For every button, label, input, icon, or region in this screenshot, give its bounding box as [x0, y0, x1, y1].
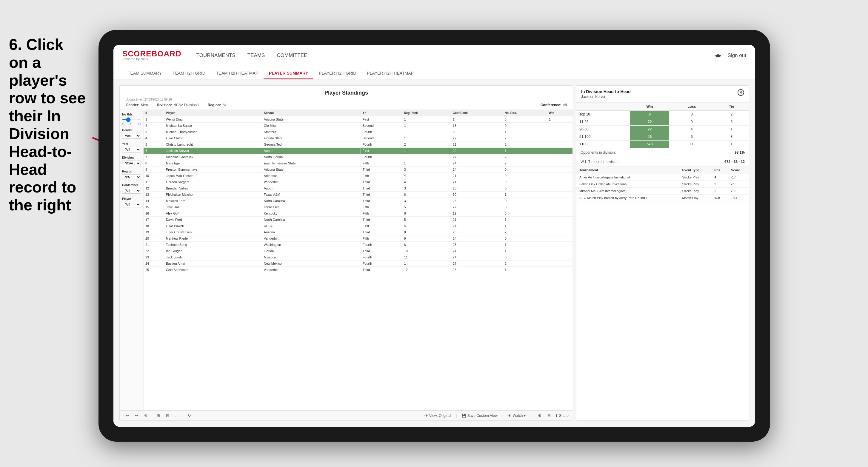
- wlt-value: 674 - 33 - 12: [724, 160, 745, 164]
- player-standings-panel: Player Standings Update time: 27/03/2024…: [119, 85, 573, 421]
- main-nav: TOURNAMENTS TEAMS COMMITTEE: [196, 51, 715, 60]
- filters-row: Gender: Men Division: NCAA Division I Re…: [126, 103, 567, 107]
- opponents-label: Opponents in division:: [581, 150, 616, 155]
- table-row[interactable]: 6 Jackson Koivun Auburn First 1 22 1: [144, 148, 573, 154]
- table-row[interactable]: 8 Mats Ege East Tennessee State Fifth 1 …: [144, 160, 573, 166]
- chevron-icon: ◀▶: [715, 53, 722, 58]
- gender-filter-display: Gender: Men: [126, 103, 148, 107]
- more-button[interactable]: ...: [174, 412, 180, 419]
- gender-select[interactable]: Men: [122, 133, 141, 139]
- tournament-tbody: Amer Ari Intercollegiate Invitational St…: [577, 174, 749, 201]
- table-row[interactable]: 22 Ian Gilligan Florida Third 10 24 1: [144, 248, 573, 254]
- close-h2h-button[interactable]: ✕: [738, 89, 744, 96]
- tournament-header-row: Tournament Event Type Pos Score: [577, 166, 749, 174]
- table-row[interactable]: 17 David Ford North Carolina Third 5 21 …: [144, 217, 573, 223]
- h2h-panel: In Division Head-to-Head Jackson Koivun …: [576, 85, 749, 421]
- left-filters: No Rds. 6 | 12 Gender: [120, 110, 144, 410]
- table-row[interactable]: 2 Michael La Sasso Ole Miss Second 1 18 …: [144, 123, 573, 129]
- copy-button[interactable]: ⊞: [155, 412, 162, 419]
- table-row[interactable]: 14 Maxwell Ford North Carolina Third 3 2…: [144, 198, 573, 204]
- sign-out-area: ◀▶ Sign out: [715, 51, 746, 60]
- wlt-label: W-L-T record in-division:: [581, 160, 619, 164]
- eye-icon: 👁: [508, 413, 512, 418]
- h2h-stats-row: Top 10 8 3 2: [577, 111, 749, 118]
- toolbar: ↩ ↪ ⊝ | ⊞ ⊟ ... | ↻ 👁 View: Original |: [120, 410, 573, 421]
- app-title: SCOREBOARD: [122, 50, 182, 58]
- save-custom-label[interactable]: 💾 Save Custom View: [462, 413, 498, 418]
- tab-player-h2h-grid[interactable]: PLAYER H2H GRID: [313, 71, 362, 80]
- settings-button[interactable]: ⚙: [536, 412, 543, 419]
- table-row[interactable]: 7 Nicholas Gabrelick North Florida Fourt…: [144, 154, 573, 160]
- table-row[interactable]: 21 Taehoon Song Washington Fourth 6 23 1: [144, 242, 573, 248]
- tournament-row: Fallen Oak Collegiate Invitational Strok…: [577, 181, 749, 188]
- h2h-stats-header: Win Loss Tie: [577, 103, 749, 111]
- tab-player-h2h-heatmap[interactable]: PLAYER H2H HEATMAP: [362, 71, 419, 80]
- tournament-row: Mirabel Maui Jim Intercollegiate Stroke …: [577, 188, 749, 194]
- table-row[interactable]: 24 Bastien Amat New Mexico Fourth 1 27 2: [144, 260, 573, 267]
- sign-out-button[interactable]: Sign out: [728, 51, 746, 60]
- h2h-stats-row: 11-25 20 9 5: [577, 118, 749, 126]
- panel-body: No Rds. 6 | 12 Gender: [120, 110, 573, 410]
- nav-item-teams[interactable]: TEAMS: [247, 51, 265, 60]
- share-button[interactable]: ⬆ Share: [555, 413, 569, 418]
- region-select[interactable]: N/A: [122, 174, 141, 180]
- main-content: Player Standings Update time: 27/03/2024…: [114, 80, 755, 427]
- table-row[interactable]: 20 Matthew Riedel Vanderbilt Fifth 9 24 …: [144, 236, 573, 242]
- tab-team-summary[interactable]: TEAM SUMMARY: [122, 71, 167, 80]
- tab-team-h2h-heatmap[interactable]: TEAM H2H HEATMAP: [211, 71, 264, 80]
- division-filter-display: Division: NCAA Division I: [157, 103, 198, 107]
- table-row[interactable]: 23 Jack Lundin Missouri Fourth 11 24 0: [144, 254, 573, 260]
- table-row[interactable]: 18 Luke Powell UCLA First 4 24 1: [144, 223, 573, 229]
- paste-button[interactable]: ⊟: [164, 412, 171, 419]
- wlt-row: W-L-T record in-division: 674 - 33 - 12: [577, 157, 749, 166]
- reset-button[interactable]: ⊝: [143, 412, 149, 419]
- powered-by-label: Powered by clippi: [122, 58, 182, 61]
- standings-tbody: 1 Wenyi Ding Arizona State First 1 1 8 1…: [144, 116, 573, 273]
- h2h-header: In Division Head-to-Head Jackson Koivun …: [577, 86, 749, 103]
- table-row[interactable]: 25 Cole Sherwood Vanderbilt Third 12 23 …: [144, 267, 573, 273]
- watch-button[interactable]: 👁 Watch ▾: [508, 413, 526, 418]
- grid-button[interactable]: ⊞: [546, 412, 553, 419]
- save-icon: 💾: [462, 413, 466, 418]
- sub-nav: TEAM SUMMARY TEAM H2H GRID TEAM H2H HEAT…: [114, 66, 755, 80]
- tablet-screen: SCOREBOARD Powered by clippi TOURNAMENTS…: [114, 45, 755, 427]
- table-row[interactable]: 11 Gordon Sargent Vanderbilt Third 4 21 …: [144, 179, 573, 185]
- table-row[interactable]: 12 Brendan Valles Auburn Third 3 23 0: [144, 185, 573, 192]
- table-row[interactable]: 15 Jake Hall Tennessee Fifth 5 27 0: [144, 204, 573, 210]
- tournament-table: Tournament Event Type Pos Score Amer Ari…: [577, 166, 749, 201]
- tab-player-summary[interactable]: PLAYER SUMMARY: [264, 71, 313, 80]
- table-row[interactable]: 19 Tiger Christensen Arizona Third 8 23 …: [144, 229, 573, 236]
- undo-button[interactable]: ↩: [124, 412, 131, 419]
- opponents-row: Opponents in division: 98.1%: [577, 148, 749, 157]
- nav-item-tournaments[interactable]: TOURNAMENTS: [196, 51, 236, 60]
- table-row[interactable]: 16 Alex Goff Kentucky Fifth 8 19 0: [144, 210, 573, 217]
- h2h-tbody: Top 10 8 3 2 11-25 20 9 5 26-50 22 4 1 5…: [577, 111, 749, 148]
- instruction-text: 6. Click on a player's row to see their …: [0, 30, 95, 220]
- tab-team-h2h-grid[interactable]: TEAM H2H GRID: [167, 71, 211, 80]
- player-select[interactable]: (All): [122, 202, 141, 208]
- year-select[interactable]: (All): [122, 147, 141, 153]
- division-select[interactable]: NCAA Division I: [122, 160, 141, 166]
- no-rds-min-slider[interactable]: [122, 119, 140, 120]
- view-original-label[interactable]: 👁 View: Original: [425, 413, 451, 418]
- h2h-stats-row: 51-100 46 6 3: [577, 133, 749, 141]
- nav-item-committee[interactable]: COMMITTEE: [277, 51, 307, 60]
- table-row[interactable]: 1 Wenyi Ding Arizona State First 1 1 8 1: [144, 116, 573, 123]
- panel-header: Player Standings Update time: 27/03/2024…: [120, 86, 573, 110]
- table-row[interactable]: 9 Preston Summerhays Arizona State Third…: [144, 166, 573, 173]
- table-row[interactable]: 10 Jacob Mau-Olesen Arkansas Fifth 4 21 …: [144, 173, 573, 179]
- year-filter: Year (All): [122, 142, 141, 153]
- tournament-row: Amer Ari Intercollegiate Invitational St…: [577, 174, 749, 181]
- region-filter-display: Region: All: [208, 103, 226, 107]
- table-row[interactable]: 5 Christo Lamprecht Georgia Tech Fourth …: [144, 142, 573, 148]
- gender-filter: Gender Men: [122, 129, 141, 139]
- tablet-frame: SCOREBOARD Powered by clippi TOURNAMENTS…: [98, 30, 770, 442]
- conference-select[interactable]: (All): [122, 188, 141, 194]
- table-row[interactable]: 4 Luke Claton Florida State Second 1 27 …: [144, 135, 573, 142]
- h2h-stats-row: >100 578 11 1: [577, 141, 749, 148]
- table-row[interactable]: 13 Phichaksn Maichon Texas A&M Third 6 3…: [144, 192, 573, 198]
- redo-button[interactable]: ↪: [133, 412, 140, 419]
- refresh-button[interactable]: ↻: [186, 412, 193, 419]
- table-row[interactable]: 3 Michael Thorbjornsen Stanford Fourth 1…: [144, 129, 573, 135]
- update-time-label: Update time:: [126, 98, 143, 101]
